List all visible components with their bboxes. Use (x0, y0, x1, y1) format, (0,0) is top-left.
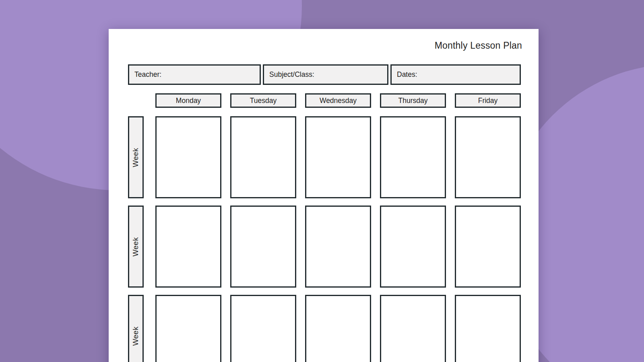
day-header-thursday: Thursday (380, 93, 446, 108)
week-3-wednesday-cell (305, 295, 371, 362)
week-1-thursday-cell (380, 116, 446, 198)
week-2-monday-cell (155, 206, 221, 288)
week-row-1: Week (128, 116, 521, 198)
week-1-tuesday-cell (230, 116, 296, 198)
day-header-friday: Friday (455, 93, 521, 108)
week-2-wednesday-cell (305, 206, 371, 288)
day-header-wednesday: Wednesday (305, 93, 371, 108)
week-1-monday-cell (155, 116, 221, 198)
day-header-thursday-label: Thursday (398, 97, 428, 105)
day-headers-row: Monday Tuesday Wednesday Thursday Friday (155, 93, 521, 108)
day-header-wednesday-label: Wednesday (320, 97, 357, 105)
week-row-3: Week (128, 295, 521, 362)
page-title: Monthly Lesson Plan (435, 40, 522, 51)
info-fields-row: Teacher: Subject/Class: Dates: (128, 64, 521, 85)
week-3-tuesday-cell (230, 295, 296, 362)
week-row-3-label-box: Week (128, 295, 144, 362)
week-1-friday-cell (455, 116, 521, 198)
day-header-monday: Monday (155, 93, 221, 108)
day-header-monday-label: Monday (176, 97, 201, 105)
day-header-tuesday-label: Tuesday (250, 97, 277, 105)
week-3-friday-cell (455, 295, 521, 362)
week-3-thursday-cell (380, 295, 446, 362)
week-1-wednesday-cell (305, 116, 371, 198)
week-row-2-label: Week (132, 237, 140, 256)
teacher-field-label: Teacher: (134, 70, 161, 79)
week-2-thursday-cell (380, 206, 446, 288)
day-header-friday-label: Friday (478, 97, 498, 105)
subject-class-field-label: Subject/Class: (269, 70, 314, 79)
week-2-tuesday-cell (230, 206, 296, 288)
week-row-2-label-box: Week (128, 206, 144, 288)
teacher-field: Teacher: (128, 64, 261, 85)
week-row-1-label: Week (132, 148, 140, 167)
week-row-3-label: Week (132, 326, 140, 346)
week-2-friday-cell (455, 206, 521, 288)
week-3-monday-cell (155, 295, 221, 362)
week-row-1-label-box: Week (128, 116, 144, 198)
dates-field-label: Dates: (397, 70, 417, 79)
day-header-tuesday: Tuesday (230, 93, 296, 108)
week-row-3-cells (155, 295, 521, 362)
week-row-2: Week (128, 206, 521, 288)
week-row-1-cells (155, 116, 521, 198)
lesson-plan-sheet: Monthly Lesson Plan Teacher: Subject/Cla… (109, 29, 539, 362)
week-row-2-cells (155, 206, 521, 288)
subject-class-field: Subject/Class: (263, 64, 388, 85)
dates-field: Dates: (390, 64, 521, 85)
